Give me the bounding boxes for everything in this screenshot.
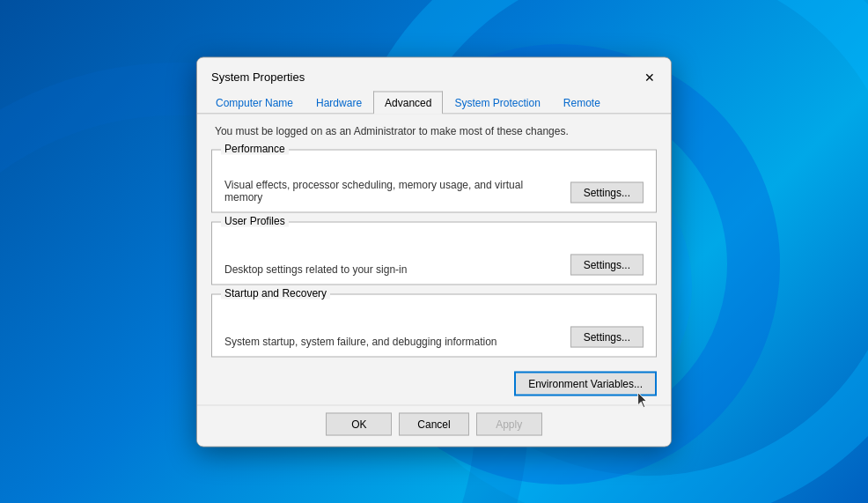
env-vars-row: Environment Variables...	[211, 366, 657, 397]
performance-desc: Visual effects, processor scheduling, me…	[224, 174, 560, 203]
tab-advanced[interactable]: Advanced	[373, 91, 443, 114]
tab-hardware[interactable]: Hardware	[305, 91, 373, 114]
dialog-content: You must be logged on as an Administrato…	[197, 114, 671, 404]
user-profiles-label: User Profiles	[221, 214, 289, 226]
tab-computer-name[interactable]: Computer Name	[204, 91, 305, 114]
env-vars-wrapper: Environment Variables...	[514, 371, 657, 396]
user-profiles-section: User Profiles Desktop settings related t…	[211, 221, 657, 285]
dialog-titlebar: System Properties ✕	[197, 57, 671, 87]
dialog-footer: OK Cancel Apply	[197, 404, 671, 446]
user-profiles-desc: Desktop settings related to your sign-in	[224, 259, 560, 275]
user-profiles-settings-button[interactable]: Settings...	[570, 254, 644, 275]
startup-recovery-label: Startup and Recovery	[221, 286, 330, 299]
close-button[interactable]: ✕	[639, 66, 660, 87]
cancel-button[interactable]: Cancel	[399, 412, 468, 435]
performance-section: Performance Visual effects, processor sc…	[211, 149, 657, 212]
tab-bar: Computer Name Hardware Advanced System P…	[197, 87, 671, 114]
environment-variables-button[interactable]: Environment Variables...	[514, 371, 657, 396]
startup-recovery-desc: System startup, system failure, and debu…	[224, 331, 560, 347]
ok-button[interactable]: OK	[326, 412, 392, 435]
apply-button[interactable]: Apply	[476, 412, 542, 435]
system-properties-dialog: System Properties ✕ Computer Name Hardwa…	[196, 56, 672, 447]
dialog-title: System Properties	[211, 70, 305, 84]
tab-remote[interactable]: Remote	[552, 91, 612, 114]
startup-recovery-section: Startup and Recovery System startup, sys…	[211, 293, 657, 357]
startup-recovery-settings-button[interactable]: Settings...	[570, 326, 644, 347]
tab-system-protection[interactable]: System Protection	[443, 91, 551, 114]
admin-notice: You must be logged on as an Administrato…	[211, 124, 657, 137]
performance-settings-button[interactable]: Settings...	[570, 181, 644, 203]
performance-inner: Visual effects, processor scheduling, me…	[212, 150, 656, 211]
performance-label: Performance	[221, 142, 289, 154]
startup-recovery-inner: System startup, system failure, and debu…	[212, 294, 656, 356]
user-profiles-inner: Desktop settings related to your sign-in…	[212, 222, 656, 284]
